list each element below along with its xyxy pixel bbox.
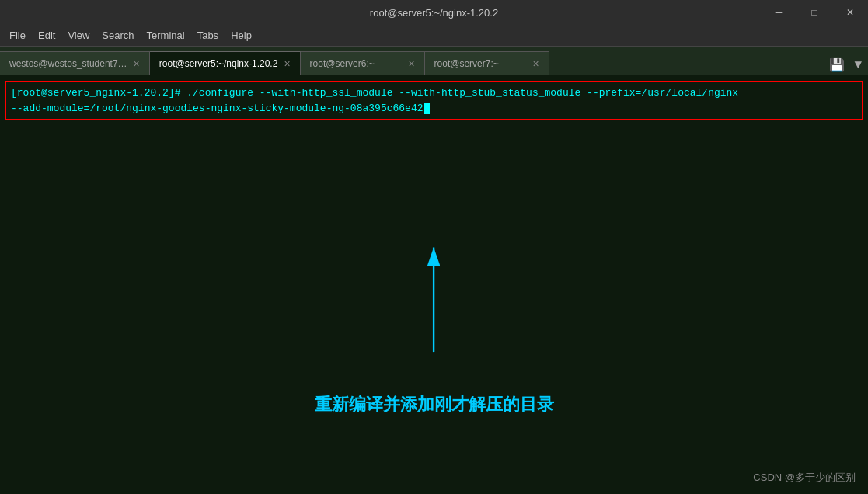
tab-bar: westos@westos_student7… × root@server5:~… [0,47,868,75]
window-controls: ─ □ ✕ [761,0,868,25]
maximize-button[interactable]: □ [797,0,832,25]
menu-bar: File Edit View Search Terminal Tabs Help [0,25,868,47]
terminal-line-1: [root@server5_nginx-1.20.2]# ./configure… [11,85,857,101]
tab-server6-label: root@server6:~ [310,58,375,69]
tab-server5-label: root@server5:~/nqinx-1.20.2 [159,58,278,69]
menu-file[interactable]: File [3,26,32,44]
tab-server7[interactable]: root@server7:~ × [425,51,549,75]
tab-server7-label: root@server7:~ [434,58,499,69]
menu-terminal[interactable]: Terminal [141,26,191,44]
terminal-main: [root@server5_nginx-1.20.2]# ./configure… [0,75,868,494]
terminal-cursor [424,103,430,114]
menu-tabs[interactable]: Tabs [191,26,225,44]
arrow-svg [0,210,868,494]
menu-edit[interactable]: Edit [32,26,61,44]
menu-help[interactable]: Help [225,26,258,44]
tab-bar-actions: 💾 ▼ [826,56,868,75]
watermark: CSDN @多于少的区别 [753,471,856,485]
tab-server6[interactable]: root@server6:~ × [301,51,425,75]
tab-dropdown-icon[interactable]: ▼ [851,57,865,74]
close-button[interactable]: ✕ [832,0,868,25]
tab-server5-close[interactable]: × [284,57,290,70]
menu-view[interactable]: View [61,26,96,44]
annotation-container: 重新编译并添加刚才解压的目录 [0,210,868,494]
save-session-icon[interactable]: 💾 [826,56,848,75]
tab-server6-close[interactable]: × [408,57,414,70]
minimize-button[interactable]: ─ [761,0,797,25]
tab-westos-close[interactable]: × [134,57,140,70]
annotation-text: 重新编译并添加刚才解压的目录 [315,393,554,416]
window-title: root@server5:~/nginx-1.20.2 [370,7,498,19]
tab-server5[interactable]: root@server5:~/nqinx-1.20.2 × [150,51,301,75]
title-bar: root@server5:~/nginx-1.20.2 ─ □ ✕ [0,0,868,25]
menu-search[interactable]: Search [96,26,140,44]
tab-server7-close[interactable]: × [532,57,539,70]
terminal-line-2: --add-module=/root/nginx-goodies-nginx-s… [11,101,857,117]
terminal-area[interactable]: [root@server5_nginx-1.20.2]# ./configure… [0,75,868,494]
command-highlight-box: [root@server5_nginx-1.20.2]# ./configure… [5,81,863,120]
tab-westos-label: westos@westos_student7… [9,58,127,69]
tab-westos[interactable]: westos@westos_student7… × [0,51,150,75]
